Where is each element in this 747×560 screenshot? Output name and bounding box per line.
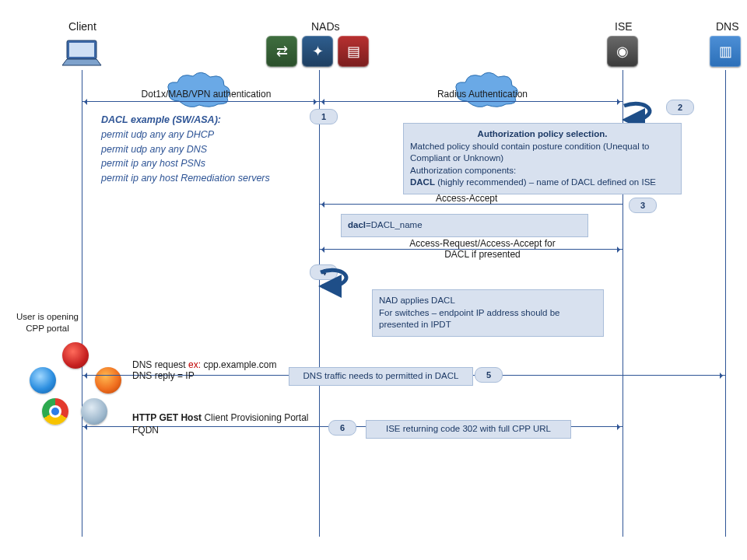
authz-l3b: (highly recommended) – name of DACL defi…	[435, 177, 656, 187]
laptop-icon	[61, 39, 103, 72]
badge-6: 6	[328, 420, 356, 436]
lifeline-client	[82, 70, 82, 537]
label-access-accept: Access-Accept	[436, 193, 497, 204]
dacl-ex-l1: permit udp any any DHCP	[101, 128, 270, 142]
dacl-example: DACL example (SW/ASA): permit udp any an…	[101, 113, 270, 186]
authz-title: Authorization policy selection.	[478, 129, 608, 138]
dns-server-icon: ▥	[710, 36, 741, 67]
authz-l1: Matched policy should contain posture co…	[410, 141, 675, 165]
badge-3: 3	[629, 198, 657, 213]
dns-req-text: DNS request	[132, 359, 188, 370]
lifeline-nads	[319, 70, 320, 537]
label-dot1x: Dot1x/MAB/VPN authentication	[121, 89, 292, 100]
nad-switch-icon: ⇄	[266, 36, 297, 67]
dns-req-ex-value: cpp.example.com	[201, 359, 276, 370]
box-nad-applies: NAD applies DACL For switches – endpoint…	[372, 289, 604, 337]
ie-icon	[30, 367, 56, 394]
arrow-radius	[319, 101, 622, 102]
dacl-ex-hdr: DACL example (SW/ASA):	[101, 113, 270, 128]
label-radius: Radius Authentication	[420, 89, 545, 100]
dacl-ex-l2: permit udp any any DNS	[101, 142, 270, 157]
http-get-bold: HTTP GET Host	[132, 412, 204, 423]
label-http-get: HTTP GET Host Client Provisioning Portal…	[132, 412, 311, 436]
nad-applies-l2: For switches – endpoint IP address shoul…	[379, 307, 597, 331]
badge-1: 1	[310, 109, 338, 124]
dns-req-ex-label: ex:	[188, 359, 201, 370]
authz-l3a: DACL	[410, 177, 435, 187]
label-dacl-exchange: Access-Request/Access-Accept for DACL if…	[405, 238, 560, 261]
svg-rect-1	[69, 43, 94, 57]
label-dns-req: DNS request ex: cpp.example.com DNS repl…	[132, 359, 276, 381]
col-ise: ISE	[615, 20, 633, 33]
box-ise-302: ISE returning code 302 with full CPP URL	[366, 420, 571, 439]
col-dns: DNS	[716, 20, 739, 33]
chrome-icon	[42, 398, 68, 425]
badge-5: 5	[475, 367, 503, 383]
lifeline-dns	[725, 70, 726, 537]
dacl-kv-val: =DACL_name	[366, 220, 423, 229]
safari-icon	[81, 398, 107, 425]
browser-wheel	[23, 342, 132, 436]
loop-nad-dacl	[319, 269, 355, 288]
note-cpp: User is opening CPP portal	[12, 311, 82, 334]
dns-reply-text: DNS reply = IP	[132, 370, 195, 381]
firefox-icon	[95, 367, 121, 394]
col-nads: NADs	[311, 20, 340, 33]
dacl-ex-l4: permit ip any host Remediation servers	[101, 171, 270, 186]
box-authz: Authorization policy selection. Matched …	[403, 123, 682, 194]
dacl-ex-l3: permit ip any host PSNs	[101, 156, 270, 171]
loop-ise-authz	[622, 103, 658, 121]
arrow-dot1x	[82, 101, 319, 102]
box-dacl-kv: dacl=DACL_name	[341, 214, 588, 237]
box-dns-permit: DNS traffic needs to permitted in DACL	[289, 367, 473, 386]
ise-icon: ◉	[607, 36, 638, 67]
nad-router-icon: ✦	[302, 36, 333, 67]
nad-firewall-icon: ▤	[338, 36, 369, 67]
col-client: Client	[68, 20, 96, 33]
dacl-kv-key: dacl	[348, 220, 366, 229]
badge-2: 2	[666, 100, 694, 115]
nad-applies-l1: NAD applies DACL	[379, 295, 597, 307]
opera-icon	[62, 342, 89, 369]
arrow-access-accept	[319, 204, 622, 205]
authz-l2: Authorization components:	[410, 165, 675, 177]
